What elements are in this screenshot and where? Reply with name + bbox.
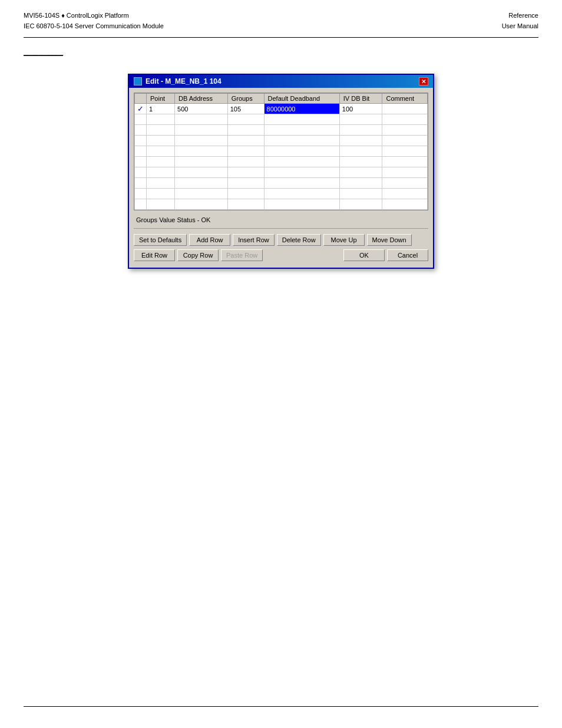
paste-row-button[interactable]: Paste Row (221, 249, 263, 261)
table-row-empty (135, 157, 428, 167)
col-header-groups: Groups (227, 94, 264, 104)
header-divider (24, 37, 538, 38)
dialog-divider (134, 228, 428, 229)
table-row-empty (135, 189, 428, 199)
add-row-button[interactable]: Add Row (189, 234, 230, 246)
table-row-empty (135, 136, 428, 146)
table-row-empty (135, 167, 428, 178)
header-ref: Reference (502, 11, 538, 21)
header-line1: MVI56-104S ♦ ControlLogix Platform (24, 11, 164, 21)
row-groups: 80000000 (264, 104, 339, 114)
header-line2: IEC 60870-5-104 Server Communication Mod… (24, 21, 164, 32)
table-row-empty (135, 199, 428, 210)
move-up-button[interactable]: Move Up (323, 234, 365, 246)
page-footer (24, 706, 538, 710)
set-to-defaults-button[interactable]: Set to Defaults (134, 234, 187, 246)
table-row-empty (135, 125, 428, 136)
insert-row-button[interactable]: Insert Row (233, 234, 275, 246)
col-header-comment: Comment (382, 94, 428, 104)
col-header-check (135, 94, 147, 104)
main-content: Edit - M_ME_NB_1 104 ✕ Point DB Address … (0, 62, 562, 281)
dialog-title: Edit - M_ME_NB_1 104 (146, 77, 222, 85)
table-row-empty (135, 146, 428, 157)
button-row-1: Set to Defaults Add Row Insert Row Delet… (134, 232, 428, 248)
section-ref: ___________ (24, 48, 63, 56)
col-header-iv-db-bit: IV DB Bit (339, 94, 382, 104)
dialog-app-icon (134, 77, 142, 85)
dialog-body: Point DB Address Groups Default Deadband… (129, 88, 433, 268)
dialog-titlebar: Edit - M_ME_NB_1 104 ✕ (129, 75, 433, 88)
row-address2: 105 (227, 104, 264, 114)
delete-row-button[interactable]: Delete Row (277, 234, 321, 246)
table-row-empty (135, 114, 428, 125)
header-manual: User Manual (502, 21, 538, 32)
header-left: MVI56-104S ♦ ControlLogix Platform IEC 6… (24, 11, 164, 31)
row-db-address: 500 (175, 104, 228, 114)
col-header-db-address: DB Address (175, 94, 228, 104)
table-container: Point DB Address Groups Default Deadband… (134, 93, 428, 210)
button-row-2: Edit Row Copy Row Paste Row OK Cancel (134, 248, 428, 263)
titlebar-left: Edit - M_ME_NB_1 104 (134, 77, 222, 85)
move-down-button[interactable]: Move Down (367, 234, 412, 246)
ok-button[interactable]: OK (343, 249, 385, 261)
copy-row-button[interactable]: Copy Row (177, 249, 219, 261)
table-row-empty (135, 178, 428, 189)
header-right: Reference User Manual (502, 11, 538, 31)
cancel-button[interactable]: Cancel (387, 249, 428, 261)
table-header-row: Point DB Address Groups Default Deadband… (135, 94, 428, 104)
row-check: ✓ (135, 104, 147, 114)
edit-row-button[interactable]: Edit Row (134, 249, 175, 261)
row-iv-db-bit (382, 104, 428, 114)
col-header-default-deadband: Default Deadband (264, 94, 339, 104)
row-point: 1 (147, 104, 175, 114)
dialog-window: Edit - M_ME_NB_1 104 ✕ Point DB Address … (128, 74, 434, 269)
row-default-deadband: 100 (339, 104, 382, 114)
table-row[interactable]: ✓ 1 500 105 80000000 100 (135, 104, 428, 114)
col-header-point: Point (147, 94, 175, 104)
page-header: MVI56-104S ♦ ControlLogix Platform IEC 6… (0, 0, 562, 37)
dialog-close-button[interactable]: ✕ (419, 77, 428, 85)
data-table: Point DB Address Groups Default Deadband… (134, 93, 428, 210)
status-text: Groups Value Status - OK (134, 214, 428, 225)
